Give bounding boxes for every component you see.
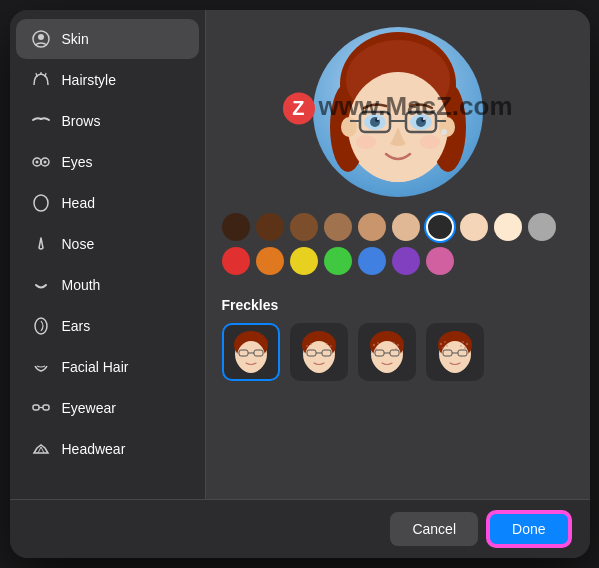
skin-swatch-row1-3[interactable] [324, 213, 352, 241]
skin-swatch-row2-0[interactable] [222, 247, 250, 275]
svg-point-1 [38, 34, 44, 40]
sidebar-item-headwear[interactable]: Headwear [16, 429, 199, 469]
skin-swatch-row2-1[interactable] [256, 247, 284, 275]
freckles-title: Freckles [222, 297, 574, 313]
skin-color-row1 [222, 213, 574, 241]
sidebar-item-head[interactable]: Head [16, 183, 199, 223]
skin-swatch-row1-9[interactable] [528, 213, 556, 241]
freckle-option-0[interactable] [222, 323, 280, 381]
svg-point-8 [43, 161, 46, 164]
svg-point-35 [423, 118, 425, 120]
svg-point-78 [464, 347, 466, 349]
freckle-option-2[interactable] [358, 323, 416, 381]
hairstyle-icon [30, 69, 52, 91]
facial-hair-icon [30, 356, 52, 378]
skin-icon [30, 28, 52, 50]
sidebar-label-mouth: Mouth [62, 277, 101, 293]
skin-swatch-row1-0[interactable] [222, 213, 250, 241]
eyes-icon [30, 151, 52, 173]
skin-swatch-row2-2[interactable] [290, 247, 318, 275]
skin-swatch-row1-4[interactable] [358, 213, 386, 241]
sidebar-label-brows: Brows [62, 113, 101, 129]
eyewear-icon [30, 397, 52, 419]
skin-swatch-row2-4[interactable] [358, 247, 386, 275]
sidebar-label-head: Head [62, 195, 95, 211]
svg-point-61 [377, 342, 379, 344]
sidebar-item-mouth[interactable]: Mouth [16, 265, 199, 305]
dialog-body: SkinHairstyleBrowsEyesHeadNoseMouthEarsF… [10, 10, 590, 499]
svg-rect-12 [43, 405, 49, 410]
svg-rect-11 [33, 405, 39, 410]
freckles-options [222, 323, 574, 381]
headwear-icon [30, 438, 52, 460]
svg-point-53 [326, 343, 328, 345]
skin-swatch-row1-8[interactable] [494, 213, 522, 241]
sidebar-item-skin[interactable]: Skin [16, 19, 199, 59]
freckle-face-3 [430, 327, 480, 377]
skin-swatch-row1-2[interactable] [290, 213, 318, 241]
skin-swatch-row1-5[interactable] [392, 213, 420, 241]
sidebar-label-facial-hair: Facial Hair [62, 359, 129, 375]
svg-point-6 [35, 161, 38, 164]
svg-point-74 [442, 347, 444, 349]
sidebar-item-brows[interactable]: Brows [16, 101, 199, 141]
svg-point-34 [377, 118, 379, 120]
swatches-area [206, 205, 590, 289]
done-button[interactable]: Done [488, 512, 569, 546]
svg-point-46 [305, 341, 333, 373]
svg-point-22 [441, 129, 447, 135]
sidebar-item-eyewear[interactable]: Eyewear [16, 388, 199, 428]
mouth-icon [30, 274, 52, 296]
sidebar-item-hairstyle[interactable]: Hairstyle [16, 60, 199, 100]
avatar-preview [313, 27, 483, 197]
sidebar-item-nose[interactable]: Nose [16, 224, 199, 264]
skin-swatch-row2-5[interactable] [392, 247, 420, 275]
nose-icon [30, 233, 52, 255]
svg-point-63 [396, 344, 398, 346]
svg-point-60 [372, 344, 374, 346]
svg-point-36 [356, 135, 376, 149]
skin-swatch-row1-1[interactable] [256, 213, 284, 241]
svg-point-75 [446, 345, 448, 347]
skin-color-row2 [222, 247, 574, 275]
svg-point-79 [460, 345, 462, 347]
freckle-option-1[interactable] [290, 323, 348, 381]
sidebar-label-nose: Nose [62, 236, 95, 252]
ears-icon [30, 315, 52, 337]
svg-point-52 [330, 345, 332, 347]
skin-swatch-row2-6[interactable] [426, 247, 454, 275]
skin-swatch-row1-7[interactable] [460, 213, 488, 241]
sidebar-label-eyes: Eyes [62, 154, 93, 170]
cancel-button[interactable]: Cancel [390, 512, 478, 546]
svg-point-64 [393, 342, 395, 344]
freckle-face-2 [362, 327, 412, 377]
freckle-face-1 [294, 327, 344, 377]
sidebar-label-headwear: Headwear [62, 441, 126, 457]
freckles-section: Freckles [206, 289, 590, 499]
svg-point-56 [373, 341, 401, 373]
sidebar-item-facial-hair[interactable]: Facial Hair [16, 347, 199, 387]
sidebar-label-skin: Skin [62, 31, 89, 47]
sidebar-label-eyewear: Eyewear [62, 400, 116, 416]
svg-point-72 [439, 343, 441, 345]
svg-point-51 [310, 343, 312, 345]
sidebar-item-eyes[interactable]: Eyes [16, 142, 199, 182]
watermark-z-icon: Z [282, 92, 314, 124]
main-content: Zwww.MacZ.com Freckles [205, 10, 590, 499]
svg-point-10 [35, 318, 47, 334]
svg-point-9 [34, 195, 48, 211]
skin-swatch-row2-3[interactable] [324, 247, 352, 275]
skin-swatch-row1-6[interactable] [426, 213, 454, 241]
svg-point-77 [461, 341, 463, 343]
freckle-face-0 [226, 327, 276, 377]
svg-point-40 [237, 341, 265, 373]
sidebar: SkinHairstyleBrowsEyesHeadNoseMouthEarsF… [10, 10, 205, 499]
memoji-dialog: SkinHairstyleBrowsEyesHeadNoseMouthEarsF… [10, 10, 590, 558]
svg-point-62 [375, 348, 377, 350]
svg-point-37 [420, 135, 440, 149]
head-icon [30, 192, 52, 214]
sidebar-item-ears[interactable]: Ears [16, 306, 199, 346]
avatar-area: Zwww.MacZ.com [206, 10, 590, 205]
freckle-option-3[interactable] [426, 323, 484, 381]
svg-point-65 [395, 348, 397, 350]
